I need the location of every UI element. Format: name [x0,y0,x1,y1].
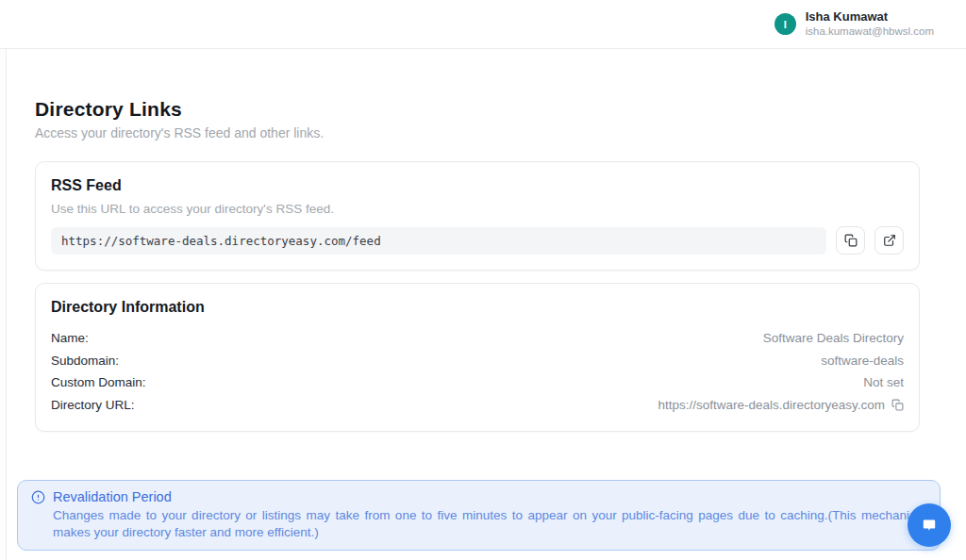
rss-feed-card: RSS Feed Use this URL to access your dir… [35,161,920,271]
copy-directory-url-button[interactable] [891,399,904,411]
user-meta: Isha Kumawat isha.kumawat@hbwsl.com [806,9,934,39]
info-value: Software Deals Directory [763,331,904,345]
rss-url-row [51,226,904,255]
chat-bubble-icon [919,515,940,535]
info-row-name: Name: Software Deals Directory [51,327,904,350]
info-label: Subdomain: [51,354,119,368]
main-content: Directory Links Access your directory's … [0,49,966,551]
revalidation-notice-head: Revalidation Period [31,489,926,504]
info-value: Not set [863,375,904,389]
page-subtitle: Access your directory's RSS feed and oth… [35,125,920,140]
directory-information-rows: Name: Software Deals Directory Subdomain… [51,327,904,416]
avatar[interactable]: I [774,13,796,35]
info-value: software-deals [821,354,904,368]
external-link-icon [883,234,896,247]
info-icon [31,490,45,504]
rss-url-input[interactable] [51,227,826,255]
info-row-directory-url: Directory URL: https://software-deals.di… [51,394,904,417]
top-header: I Isha Kumawat isha.kumawat@hbwsl.com [0,0,966,49]
info-label: Name: [51,331,89,345]
sidebar-edge [0,49,7,560]
info-row-subdomain: Subdomain: software-deals [51,350,904,372]
info-label: Custom Domain: [51,375,146,389]
revalidation-notice-body: Changes made to your directory or listin… [53,507,926,540]
directory-information-card: Directory Information Name: Software Dea… [35,283,920,432]
rss-feed-title: RSS Feed [51,177,904,194]
info-label: Directory URL: [51,398,135,412]
info-row-custom-domain: Custom Domain: Not set [51,371,904,394]
info-value: https://software-deals.directoryeasy.com [658,398,904,412]
user-menu[interactable]: I Isha Kumawat isha.kumawat@hbwsl.com [774,9,934,39]
copy-url-button[interactable] [836,226,865,255]
user-name: Isha Kumawat [806,9,934,25]
copy-icon [844,234,858,247]
page-title: Directory Links [35,98,920,121]
directory-url-value: https://software-deals.directoryeasy.com [658,398,885,412]
user-email: isha.kumawat@hbwsl.com [806,25,934,38]
open-url-button[interactable] [874,226,904,255]
revalidation-notice: Revalidation Period Changes made to your… [17,480,941,551]
directory-information-title: Directory Information [51,299,904,316]
revalidation-notice-title: Revalidation Period [53,489,172,504]
rss-feed-description: Use this URL to access your directory's … [51,202,904,216]
chat-launcher-button[interactable] [908,503,951,547]
